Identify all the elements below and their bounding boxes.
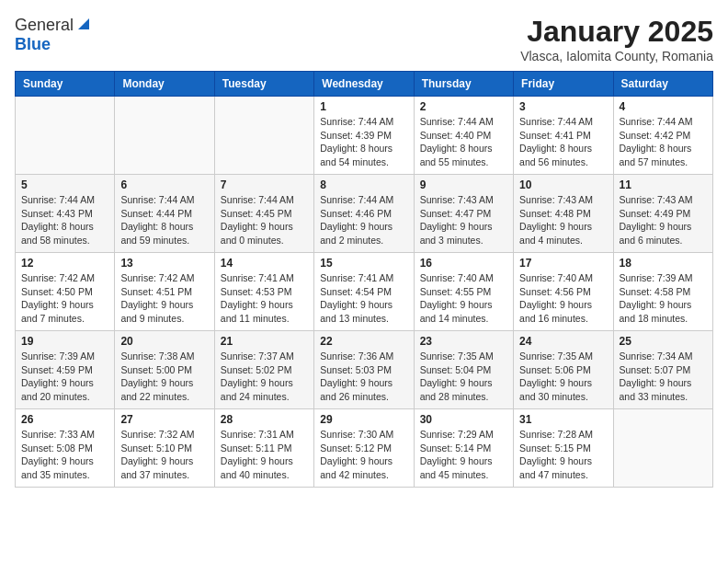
- day-cell: 15Sunrise: 7:41 AMSunset: 4:54 PMDayligh…: [314, 253, 414, 331]
- day-cell: 13Sunrise: 7:42 AMSunset: 4:51 PMDayligh…: [115, 253, 214, 331]
- day-number: 31: [519, 413, 607, 426]
- day-info: Sunrise: 7:39 AMSunset: 4:58 PMDaylight:…: [620, 271, 707, 326]
- day-cell: 16Sunrise: 7:40 AMSunset: 4:55 PMDayligh…: [414, 253, 513, 331]
- weekday-header-row: SundayMondayTuesdayWednesdayThursdayFrid…: [16, 72, 713, 97]
- week-row: 12Sunrise: 7:42 AMSunset: 4:50 PMDayligh…: [16, 253, 713, 331]
- day-cell: 25Sunrise: 7:34 AMSunset: 5:07 PMDayligh…: [613, 331, 712, 409]
- day-cell: 12Sunrise: 7:42 AMSunset: 4:50 PMDayligh…: [16, 253, 115, 331]
- day-cell: 4Sunrise: 7:44 AMSunset: 4:42 PMDaylight…: [613, 97, 712, 175]
- day-number: 29: [320, 413, 407, 426]
- weekday-header: Saturday: [613, 72, 712, 97]
- day-number: 28: [221, 413, 308, 426]
- week-row: 19Sunrise: 7:39 AMSunset: 4:59 PMDayligh…: [16, 331, 713, 409]
- logo-blue: Blue: [15, 35, 51, 53]
- day-cell: 11Sunrise: 7:43 AMSunset: 4:49 PMDayligh…: [613, 175, 712, 253]
- day-cell: 8Sunrise: 7:44 AMSunset: 4:46 PMDaylight…: [314, 175, 414, 253]
- day-info: Sunrise: 7:44 AMSunset: 4:45 PMDaylight:…: [221, 193, 308, 247]
- day-info: Sunrise: 7:31 AMSunset: 5:11 PMDaylight:…: [221, 428, 308, 482]
- day-info: Sunrise: 7:34 AMSunset: 5:07 PMDaylight:…: [620, 350, 707, 404]
- day-info: Sunrise: 7:35 AMSunset: 5:04 PMDaylight:…: [420, 350, 507, 404]
- day-number: 10: [519, 178, 607, 191]
- day-info: Sunrise: 7:41 AMSunset: 4:53 PMDaylight:…: [221, 271, 308, 326]
- day-info: Sunrise: 7:41 AMSunset: 4:54 PMDaylight:…: [320, 271, 407, 326]
- day-cell: 23Sunrise: 7:35 AMSunset: 5:04 PMDayligh…: [414, 331, 513, 409]
- day-cell: 20Sunrise: 7:38 AMSunset: 5:00 PMDayligh…: [115, 331, 214, 409]
- day-cell: 19Sunrise: 7:39 AMSunset: 4:59 PMDayligh…: [16, 331, 115, 409]
- day-info: Sunrise: 7:44 AMSunset: 4:44 PMDaylight:…: [120, 193, 208, 247]
- day-number: 1: [320, 100, 407, 113]
- day-cell: 5Sunrise: 7:44 AMSunset: 4:43 PMDaylight…: [16, 175, 115, 253]
- day-cell: 17Sunrise: 7:40 AMSunset: 4:56 PMDayligh…: [514, 253, 613, 331]
- weekday-header: Friday: [514, 72, 613, 97]
- weekday-header: Thursday: [414, 72, 513, 97]
- day-number: 4: [620, 100, 707, 113]
- day-info: Sunrise: 7:44 AMSunset: 4:46 PMDaylight:…: [320, 193, 407, 247]
- day-number: 3: [519, 100, 607, 113]
- day-number: 9: [420, 178, 507, 191]
- day-number: 6: [120, 178, 208, 191]
- weekday-header: Monday: [115, 72, 214, 97]
- day-number: 30: [420, 413, 507, 426]
- day-info: Sunrise: 7:29 AMSunset: 5:14 PMDaylight:…: [420, 428, 507, 482]
- day-cell: 31Sunrise: 7:28 AMSunset: 5:15 PMDayligh…: [514, 409, 613, 488]
- day-cell: 10Sunrise: 7:43 AMSunset: 4:48 PMDayligh…: [514, 175, 613, 253]
- day-cell: 27Sunrise: 7:32 AMSunset: 5:10 PMDayligh…: [115, 409, 214, 488]
- day-number: 22: [320, 335, 407, 348]
- calendar: SundayMondayTuesdayWednesdayThursdayFrid…: [15, 71, 713, 488]
- day-number: 8: [320, 178, 407, 191]
- day-number: 7: [221, 178, 308, 191]
- day-number: 21: [221, 335, 308, 348]
- day-number: 27: [120, 413, 208, 426]
- day-info: Sunrise: 7:32 AMSunset: 5:10 PMDaylight:…: [120, 428, 208, 482]
- day-info: Sunrise: 7:44 AMSunset: 4:40 PMDaylight:…: [420, 115, 507, 169]
- day-cell: 7Sunrise: 7:44 AMSunset: 4:45 PMDaylight…: [214, 175, 313, 253]
- day-number: 24: [519, 335, 607, 348]
- day-cell: [214, 97, 313, 175]
- day-number: 25: [620, 335, 707, 348]
- day-info: Sunrise: 7:36 AMSunset: 5:03 PMDaylight:…: [320, 350, 407, 404]
- day-info: Sunrise: 7:44 AMSunset: 4:39 PMDaylight:…: [320, 115, 407, 169]
- day-cell: 1Sunrise: 7:44 AMSunset: 4:39 PMDaylight…: [314, 97, 414, 175]
- day-number: 15: [320, 257, 407, 270]
- day-number: 5: [21, 178, 108, 191]
- day-number: 26: [21, 413, 108, 426]
- logo-arrow-icon: [76, 17, 91, 35]
- day-number: 14: [221, 257, 308, 270]
- day-info: Sunrise: 7:33 AMSunset: 5:08 PMDaylight:…: [21, 428, 108, 482]
- day-info: Sunrise: 7:37 AMSunset: 5:02 PMDaylight:…: [221, 350, 308, 404]
- day-cell: 30Sunrise: 7:29 AMSunset: 5:14 PMDayligh…: [414, 409, 513, 488]
- day-number: 12: [21, 257, 108, 270]
- day-number: 23: [420, 335, 507, 348]
- day-info: Sunrise: 7:30 AMSunset: 5:12 PMDaylight:…: [320, 428, 407, 482]
- day-info: Sunrise: 7:42 AMSunset: 4:50 PMDaylight:…: [21, 271, 108, 326]
- day-number: 2: [420, 100, 507, 113]
- week-row: 5Sunrise: 7:44 AMSunset: 4:43 PMDaylight…: [16, 175, 713, 253]
- day-number: 20: [120, 335, 208, 348]
- day-info: Sunrise: 7:43 AMSunset: 4:48 PMDaylight:…: [519, 193, 607, 247]
- day-number: 16: [420, 257, 507, 270]
- day-info: Sunrise: 7:44 AMSunset: 4:42 PMDaylight:…: [620, 115, 707, 169]
- title-section: January 2025 Vlasca, Ialomita County, Ro…: [520, 15, 713, 63]
- day-info: Sunrise: 7:42 AMSunset: 4:51 PMDaylight:…: [120, 271, 208, 326]
- weekday-header: Sunday: [16, 72, 115, 97]
- weekday-header: Tuesday: [214, 72, 313, 97]
- month-title: January 2025: [520, 15, 713, 49]
- day-cell: 29Sunrise: 7:30 AMSunset: 5:12 PMDayligh…: [314, 409, 414, 488]
- day-cell: 6Sunrise: 7:44 AMSunset: 4:44 PMDaylight…: [115, 175, 214, 253]
- day-number: 17: [519, 257, 607, 270]
- logo-general: General: [15, 16, 74, 35]
- day-number: 18: [620, 257, 707, 270]
- day-info: Sunrise: 7:35 AMSunset: 5:06 PMDaylight:…: [519, 350, 607, 404]
- day-info: Sunrise: 7:39 AMSunset: 4:59 PMDaylight:…: [21, 350, 108, 404]
- day-cell: 2Sunrise: 7:44 AMSunset: 4:40 PMDaylight…: [414, 97, 513, 175]
- logo: General Blue: [15, 15, 91, 54]
- day-cell: 3Sunrise: 7:44 AMSunset: 4:41 PMDaylight…: [514, 97, 613, 175]
- svg-marker-0: [78, 18, 89, 29]
- day-cell: [16, 97, 115, 175]
- day-info: Sunrise: 7:43 AMSunset: 4:47 PMDaylight:…: [420, 193, 507, 247]
- day-cell: 24Sunrise: 7:35 AMSunset: 5:06 PMDayligh…: [514, 331, 613, 409]
- day-cell: 26Sunrise: 7:33 AMSunset: 5:08 PMDayligh…: [16, 409, 115, 488]
- day-info: Sunrise: 7:44 AMSunset: 4:43 PMDaylight:…: [21, 193, 108, 247]
- day-cell: 9Sunrise: 7:43 AMSunset: 4:47 PMDaylight…: [414, 175, 513, 253]
- header: General Blue January 2025 Vlasca, Ialomi…: [15, 15, 713, 63]
